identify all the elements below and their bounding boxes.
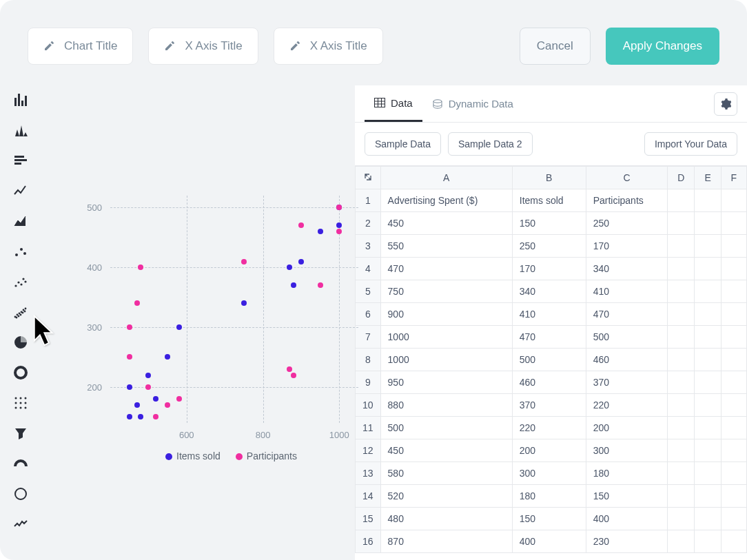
cell[interactable]: [668, 417, 695, 439]
cell[interactable]: 900: [380, 303, 512, 326]
scatter-dots-icon[interactable]: [13, 274, 28, 289]
cell[interactable]: 340: [512, 280, 586, 303]
cell[interactable]: [721, 212, 746, 235]
cell[interactable]: 500: [586, 326, 668, 349]
x-axis-title-input[interactable]: X Axis Title: [148, 28, 258, 65]
cell[interactable]: 460: [586, 349, 668, 371]
cell[interactable]: [695, 258, 721, 280]
chart-title-input[interactable]: Chart Title: [28, 28, 133, 65]
cell[interactable]: [668, 303, 695, 326]
settings-button[interactable]: [714, 92, 737, 116]
cell[interactable]: 460: [512, 371, 586, 394]
row-header[interactable]: 16: [356, 530, 381, 553]
cell[interactable]: 400: [586, 508, 668, 530]
y-axis-title-input[interactable]: X Axis Title: [274, 28, 383, 65]
gauge-icon[interactable]: [13, 456, 28, 471]
cell[interactable]: [721, 508, 746, 530]
cell[interactable]: 220: [512, 417, 586, 439]
cell[interactable]: 870: [380, 530, 512, 553]
cell[interactable]: [721, 439, 746, 462]
cell[interactable]: [721, 485, 746, 508]
cell[interactable]: 470: [586, 303, 668, 326]
cell[interactable]: 470: [512, 326, 586, 349]
donut-icon[interactable]: [13, 365, 28, 380]
cell[interactable]: 880: [380, 394, 512, 417]
dot-matrix-icon[interactable]: [13, 395, 28, 411]
cell[interactable]: [695, 508, 721, 530]
scatter-dense-icon[interactable]: [13, 304, 28, 320]
cell[interactable]: [695, 530, 721, 553]
col-header[interactable]: B: [512, 167, 586, 189]
cell[interactable]: 410: [512, 303, 586, 326]
radial-icon[interactable]: [13, 486, 28, 501]
cell[interactable]: [721, 462, 746, 485]
cell[interactable]: 480: [380, 508, 512, 530]
sample-data-2-button[interactable]: Sample Data 2: [448, 132, 533, 156]
cell[interactable]: [695, 485, 721, 508]
cell[interactable]: 450: [380, 439, 512, 462]
cell[interactable]: [668, 371, 695, 394]
cell[interactable]: [721, 349, 746, 371]
cell[interactable]: [695, 439, 721, 462]
cell[interactable]: [695, 349, 721, 371]
bar-chart-icon[interactable]: [13, 92, 28, 107]
cell[interactable]: 1000: [380, 326, 512, 349]
cell[interactable]: [695, 303, 721, 326]
cell[interactable]: [668, 394, 695, 417]
tab-dynamic-data[interactable]: Dynamic Data: [422, 85, 523, 122]
cell[interactable]: 400: [512, 530, 586, 553]
cell[interactable]: [695, 371, 721, 394]
cell[interactable]: [695, 417, 721, 439]
cell[interactable]: 1000: [380, 349, 512, 371]
cell[interactable]: 410: [586, 280, 668, 303]
cell[interactable]: [668, 530, 695, 553]
cell[interactable]: 200: [586, 417, 668, 439]
cancel-button[interactable]: Cancel: [520, 28, 591, 65]
cell[interactable]: 150: [512, 212, 586, 235]
cell[interactable]: [668, 189, 695, 212]
cell[interactable]: 450: [380, 212, 512, 235]
cell[interactable]: 550: [380, 235, 512, 258]
cell[interactable]: [695, 326, 721, 349]
import-data-button[interactable]: Import Your Data: [644, 132, 737, 156]
cell[interactable]: 520: [380, 485, 512, 508]
cell[interactable]: [721, 371, 746, 394]
cell[interactable]: 300: [586, 439, 668, 462]
cell[interactable]: 470: [380, 258, 512, 280]
cell[interactable]: [668, 280, 695, 303]
sample-data-button[interactable]: Sample Data: [365, 132, 441, 156]
col-header[interactable]: A: [380, 167, 512, 189]
row-header[interactable]: 15: [356, 508, 381, 530]
cell[interactable]: 170: [586, 235, 668, 258]
cell[interactable]: 230: [586, 530, 668, 553]
col-header[interactable]: D: [668, 167, 695, 189]
cell[interactable]: 220: [586, 394, 668, 417]
cell[interactable]: [695, 212, 721, 235]
cell[interactable]: [668, 439, 695, 462]
cell[interactable]: [668, 485, 695, 508]
cell[interactable]: Participants: [586, 189, 668, 212]
col-header[interactable]: C: [586, 167, 668, 189]
stacked-bar-icon[interactable]: [13, 153, 28, 168]
cell[interactable]: [668, 508, 695, 530]
cell[interactable]: 950: [380, 371, 512, 394]
apply-changes-button[interactable]: Apply Changes: [606, 28, 719, 65]
cell[interactable]: [668, 349, 695, 371]
cell[interactable]: [695, 462, 721, 485]
cell[interactable]: [721, 189, 746, 212]
spreadsheet[interactable]: ABCDEF1Advertising Spent ($)Items soldPa…: [355, 165, 747, 560]
cell[interactable]: 180: [586, 462, 668, 485]
column-chart-icon[interactable]: [13, 123, 28, 138]
cell[interactable]: [668, 212, 695, 235]
spark-icon[interactable]: [13, 517, 28, 532]
cell[interactable]: 580: [380, 462, 512, 485]
col-header[interactable]: F: [721, 167, 746, 189]
line-chart-icon[interactable]: [13, 183, 28, 198]
cell[interactable]: 250: [512, 235, 586, 258]
scatter-sparse-icon[interactable]: [13, 244, 28, 259]
cell[interactable]: 180: [512, 485, 586, 508]
cell[interactable]: 500: [380, 417, 512, 439]
cell[interactable]: 500: [512, 349, 586, 371]
cell[interactable]: 370: [586, 371, 668, 394]
cell[interactable]: [668, 258, 695, 280]
